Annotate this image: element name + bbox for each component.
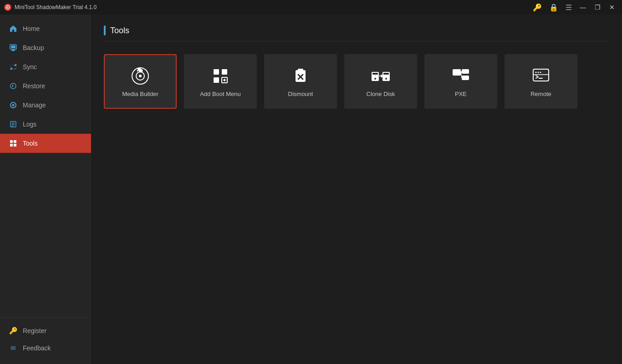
close-button[interactable]: ✕ <box>606 2 618 12</box>
add-boot-menu-label: Add Boot Menu <box>200 91 241 97</box>
svg-point-42 <box>535 71 537 73</box>
remote-label: Remote <box>530 91 551 97</box>
content-area: Tools Media Builder <box>91 15 622 364</box>
minimize-button[interactable]: — <box>576 2 589 12</box>
svg-rect-33 <box>383 73 389 75</box>
media-builder-label: Media Builder <box>122 91 158 97</box>
sidebar-item-manage[interactable]: Manage <box>0 96 91 115</box>
svg-point-31 <box>374 78 376 80</box>
remote-icon <box>531 66 551 86</box>
tool-card-add-boot-menu[interactable]: Add Boot Menu <box>184 54 257 109</box>
sidebar-item-sync[interactable]: Sync <box>0 57 91 76</box>
dismount-label: Dismount <box>288 91 313 97</box>
lock-icon[interactable]: 🔒 <box>546 3 561 12</box>
svg-point-7 <box>12 104 15 106</box>
add-boot-menu-icon <box>210 66 230 86</box>
main-layout: Home Backup Sync Restore <box>0 15 622 364</box>
tools-icon <box>9 139 17 147</box>
feedback-icon: ✉ <box>9 344 17 352</box>
sidebar-item-feedback[interactable]: ✉ Feedback <box>0 339 91 357</box>
tool-card-pxe[interactable]: PXE <box>424 54 497 109</box>
svg-rect-13 <box>14 140 16 143</box>
sidebar-item-restore[interactable]: Restore <box>0 76 91 96</box>
sidebar: Home Backup Sync Restore <box>0 15 91 364</box>
sidebar-bottom: 🔑 Register ✉ Feedback <box>0 317 91 364</box>
clone-disk-label: Clone Disk <box>367 91 395 97</box>
svg-rect-26 <box>298 69 303 71</box>
page-title: Tools <box>110 26 129 35</box>
key-icon[interactable]: 🔑 <box>530 3 545 12</box>
sidebar-item-logs[interactable]: Logs <box>0 115 91 134</box>
tool-card-remote[interactable]: Remote <box>505 54 577 109</box>
pxe-label: PXE <box>455 91 467 97</box>
page-title-accent <box>104 25 106 35</box>
sync-icon <box>9 63 17 71</box>
svg-point-44 <box>540 71 541 73</box>
svg-rect-14 <box>10 144 13 147</box>
svg-point-2 <box>7 7 9 8</box>
tool-card-clone-disk[interactable]: Clone Disk <box>344 54 417 109</box>
media-builder-icon <box>130 66 150 86</box>
svg-point-34 <box>385 78 387 80</box>
svg-rect-36 <box>462 69 469 74</box>
tools-grid: Media Builder Add Boot Men <box>104 54 609 109</box>
title-bar-left: MiniTool ShadowMaker Trial 4.1.0 <box>4 3 97 11</box>
restore-icon <box>9 82 17 90</box>
svg-rect-5 <box>11 50 15 51</box>
svg-rect-19 <box>214 69 219 75</box>
pxe-icon <box>451 66 471 86</box>
register-key-icon: 🔑 <box>9 327 17 335</box>
svg-rect-30 <box>372 73 378 75</box>
home-icon <box>9 25 17 33</box>
svg-rect-20 <box>222 69 227 75</box>
svg-point-18 <box>139 75 142 77</box>
svg-rect-12 <box>10 140 13 143</box>
manage-icon <box>9 101 17 109</box>
svg-rect-41 <box>533 69 549 81</box>
app-logo-icon <box>4 3 12 11</box>
svg-point-40 <box>460 71 462 73</box>
backup-icon <box>9 44 17 52</box>
sidebar-item-register[interactable]: 🔑 Register <box>0 322 91 339</box>
tool-card-dismount[interactable]: Dismount <box>264 54 337 109</box>
sidebar-item-home[interactable]: Home <box>0 19 91 38</box>
svg-rect-37 <box>462 76 469 80</box>
svg-rect-35 <box>453 69 461 76</box>
svg-rect-21 <box>214 77 219 83</box>
svg-rect-4 <box>11 46 15 48</box>
page-header: Tools <box>104 25 609 41</box>
restore-button[interactable]: ❐ <box>591 2 604 12</box>
app-title: MiniTool ShadowMaker Trial 4.1.0 <box>15 4 97 10</box>
dismount-icon <box>291 66 311 86</box>
svg-point-43 <box>538 71 539 73</box>
sidebar-nav: Home Backup Sync Restore <box>0 15 91 317</box>
sidebar-item-backup[interactable]: Backup <box>0 38 91 57</box>
menu-icon[interactable]: ☰ <box>563 3 575 12</box>
logs-icon <box>9 120 17 128</box>
sidebar-item-tools[interactable]: Tools <box>0 134 91 153</box>
clone-disk-icon <box>371 66 391 86</box>
svg-rect-15 <box>14 144 16 147</box>
tool-card-media-builder[interactable]: Media Builder <box>104 54 177 109</box>
title-bar: MiniTool ShadowMaker Trial 4.1.0 🔑 🔒 ☰ —… <box>0 0 622 15</box>
title-bar-controls: 🔑 🔒 ☰ — ❐ ✕ <box>530 2 618 12</box>
